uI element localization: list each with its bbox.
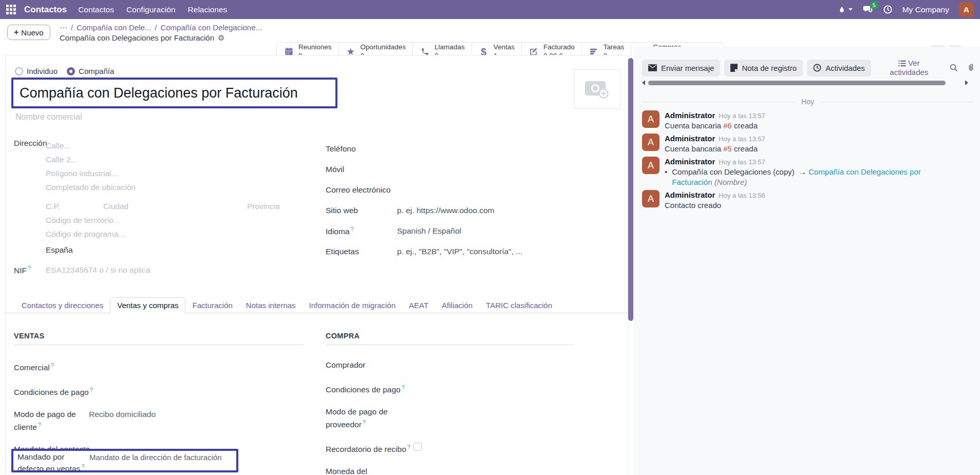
activities-clock-icon[interactable]: [883, 5, 893, 14]
apps-grid-icon[interactable]: [6, 5, 16, 14]
plus-icon: +: [14, 28, 18, 37]
default-mandate-select[interactable]: Mandato de la dirección de facturación: [89, 453, 222, 462]
search-icon[interactable]: [949, 63, 958, 72]
state-input[interactable]: Provincia: [247, 202, 280, 211]
city-input[interactable]: Ciudad: [103, 202, 189, 211]
company-photo-placeholder[interactable]: [574, 69, 620, 109]
user-avatar[interactable]: A: [959, 2, 974, 17]
payment-terms-label: Condiciones de pago?: [14, 385, 93, 397]
buyer-label: Comprador: [326, 360, 366, 370]
company-switcher[interactable]: My Company: [902, 5, 949, 14]
industrial-park-input[interactable]: Polígono industrial...: [46, 166, 309, 180]
avatar[interactable]: A: [642, 110, 659, 128]
message-author[interactable]: Administrator: [665, 134, 715, 143]
message: A AdministratorHoy a las 13:57 • Compañí…: [642, 157, 980, 187]
language-select[interactable]: Spanish / Español: [397, 226, 461, 236]
default-mandate-highlight: Mandado por defecto en ventas? Mandato d…: [11, 449, 238, 472]
message-time: Hoy a las 13:57: [719, 111, 765, 121]
message-author[interactable]: Administrator: [665, 190, 715, 200]
tab-taric-clasificacion[interactable]: TARIC clasificación: [479, 298, 559, 313]
send-message-button[interactable]: Enviar mensaje: [642, 60, 720, 77]
breadcrumb-link-1[interactable]: Compañía con Dele...: [77, 23, 151, 32]
message-time: Hoy a las 13:56: [719, 191, 765, 200]
arrow-right-icon: →: [799, 167, 806, 176]
hscrollbar-thumb[interactable]: [648, 81, 946, 85]
tab-afiliacion[interactable]: Afiliación: [435, 298, 479, 313]
odoo-contact-screen: Contactos Contactos Configuración Relaci…: [0, 0, 980, 475]
receipt-reminder-label: Recordatorio de recibo?: [326, 442, 410, 454]
gear-icon[interactable]: ⚙: [218, 33, 224, 43]
purchase-section-title: COMPRA: [326, 332, 573, 340]
receipt-reminder-checkbox[interactable]: [413, 443, 422, 451]
tab-aeat[interactable]: AEAT: [402, 298, 435, 313]
tab-facturacion[interactable]: Facturación: [185, 298, 239, 313]
default-mandate-label: Mandado por defecto en ventas?: [17, 452, 89, 473]
scroll-left-arrow[interactable]: [642, 80, 645, 85]
droplet-icon[interactable]: [838, 5, 853, 14]
customer-payment-mode-select[interactable]: Recibo domiciliado: [89, 409, 156, 420]
new-button[interactable]: + Nuevo: [7, 25, 50, 40]
tab-ventas-y-compras[interactable]: Ventas y compras: [110, 297, 185, 313]
chatter-toolbar: Enviar mensaje Nota de registro Activida…: [642, 59, 980, 77]
help-icon[interactable]: ?: [28, 265, 31, 271]
menu-configuracion[interactable]: Configuración: [126, 5, 176, 14]
message-author[interactable]: Administrator: [665, 157, 715, 166]
supplier-payment-terms-label: Condiciones de pago?: [326, 382, 405, 395]
envelope-icon: [648, 64, 657, 71]
program-code-input[interactable]: Código de programa...: [46, 227, 309, 241]
radio-individuo[interactable]: Individuo: [15, 67, 58, 75]
tab-contactos-y-direcciones[interactable]: Contactos y direcciones: [15, 298, 110, 313]
date-divider-label: Hoy: [801, 98, 814, 106]
breadcrumb-link-2[interactable]: Compañía con Delegacione...: [160, 23, 262, 32]
email-label: Correo electrónico: [326, 185, 397, 195]
company-type-selector: Individuo Compañía: [15, 67, 114, 75]
message-time: Hoy a las 13:57: [719, 134, 765, 144]
contact-form-sheet: Individuo Compañía Compañía con Delegaci…: [5, 55, 628, 475]
radio-compania[interactable]: Compañía: [67, 67, 114, 75]
log-note-button[interactable]: Nota de registro: [724, 60, 803, 77]
language-label: Idioma?: [326, 226, 397, 236]
message: A AdministratorHoy a las 13:56 Contacto …: [642, 190, 980, 211]
message: A AdministratorHoy a las 13:57 Cuenta ba…: [642, 110, 980, 131]
form-scrollbar-thumb[interactable]: [628, 58, 633, 321]
menu-relaciones[interactable]: Relaciones: [188, 5, 228, 14]
message: A AdministratorHoy a las 13:57 Cuenta ba…: [642, 134, 980, 154]
breadcrumb-ellipsis[interactable]: ⋯: [60, 23, 67, 32]
menu-contactos[interactable]: Contactos: [78, 5, 114, 14]
street2-input[interactable]: Calle 2...: [46, 153, 309, 166]
website-input[interactable]: p. ej. https://www.odoo.com: [397, 206, 495, 215]
avatar[interactable]: A: [642, 157, 659, 174]
radio-circle-individuo[interactable]: [15, 67, 23, 75]
country-input[interactable]: España: [46, 243, 309, 257]
tags-input[interactable]: p. ej., "B2B", "VIP", "consultoría", ...: [397, 247, 522, 256]
zip-input[interactable]: C.P.: [46, 202, 103, 211]
avatar[interactable]: A: [642, 134, 659, 151]
messages-icon[interactable]: 5: [862, 5, 873, 14]
location-autocomplete-input[interactable]: Completado de ubicación: [46, 180, 309, 194]
message-time: Hoy a las 13:57: [719, 157, 765, 167]
nif-label: NIF?: [14, 265, 46, 275]
territory-code-input[interactable]: Código de territorio...: [46, 213, 309, 227]
sales-section: VENTAS Comercial? Condiciones de pago? M…: [14, 332, 304, 454]
company-name-input[interactable]: Compañía con Delegaciones por Facturació…: [11, 78, 337, 108]
customer-payment-mode-label: Modo de pago de cliente?: [14, 409, 89, 432]
commercial-name-input[interactable]: Nombre comercial: [15, 112, 82, 122]
help-icon[interactable]: ?: [351, 226, 354, 232]
nif-input[interactable]: ESA12345674 o / si no aplica: [46, 265, 150, 275]
avatar[interactable]: A: [642, 190, 659, 207]
app-title[interactable]: Contactos: [24, 5, 67, 15]
scroll-right-arrow[interactable]: [965, 80, 968, 85]
paperclip-icon[interactable]: [967, 63, 975, 72]
radio-circle-compania[interactable]: [67, 67, 75, 75]
tab-notas-internas[interactable]: Notas internas: [239, 298, 303, 313]
street-input[interactable]: Calle...: [46, 139, 309, 153]
activities-button[interactable]: Actividades: [807, 60, 871, 77]
message-count-badge: 5: [870, 1, 878, 9]
tags-label: Etiquetas: [326, 247, 397, 256]
tab-informacion-de-migracion[interactable]: Información de migración: [303, 298, 402, 313]
message-author[interactable]: Administrator: [665, 110, 715, 120]
view-activities-link[interactable]: Ver actividades: [879, 59, 939, 77]
list-icon: [898, 60, 906, 67]
message-text: Cuenta bancaria #6 creada: [665, 121, 765, 131]
sales-section-title: VENTAS: [14, 332, 304, 340]
